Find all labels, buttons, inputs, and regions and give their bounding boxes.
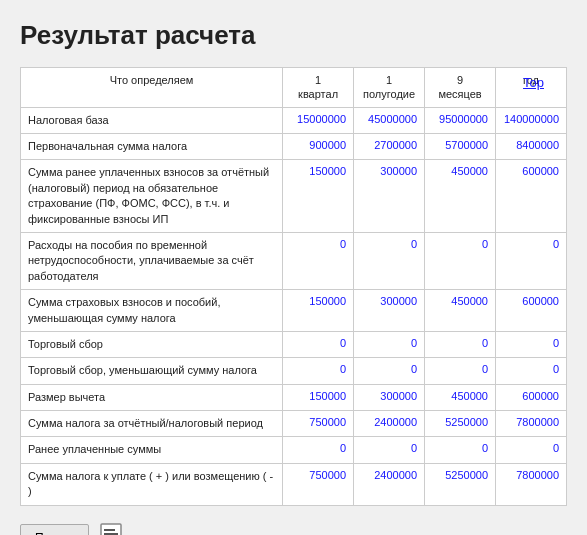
row-value: 0 <box>283 232 354 289</box>
row-value: 0 <box>425 358 496 384</box>
row-value: 450000 <box>425 290 496 332</box>
row-value: 150000 <box>283 160 354 233</box>
row-label: Сумма страховых взносов и пособий, умень… <box>21 290 283 332</box>
top-link[interactable]: Top <box>523 75 544 90</box>
table-row: Торговый сбор, уменьшающий сумму налога0… <box>21 358 567 384</box>
row-value: 7800000 <box>496 411 567 437</box>
row-value: 5700000 <box>425 133 496 159</box>
row-value: 8400000 <box>496 133 567 159</box>
row-label: Сумма ранее уплаченных взносов за отчётн… <box>21 160 283 233</box>
table-row: Сумма страховых взносов и пособий, умень… <box>21 290 567 332</box>
row-value: 300000 <box>354 160 425 233</box>
row-value: 0 <box>496 232 567 289</box>
row-value: 2400000 <box>354 411 425 437</box>
table-row: Ранее уплаченные суммы0000 <box>21 437 567 463</box>
row-value: 0 <box>354 232 425 289</box>
table-row: Сумма ранее уплаченных взносов за отчётн… <box>21 160 567 233</box>
row-value: 150000 <box>283 290 354 332</box>
row-value: 0 <box>354 331 425 357</box>
row-value: 600000 <box>496 160 567 233</box>
row-value: 2700000 <box>354 133 425 159</box>
row-value: 0 <box>496 331 567 357</box>
footer: Печать ≡ <box>20 522 567 535</box>
row-value: 450000 <box>425 160 496 233</box>
row-label: Налоговая база <box>21 107 283 133</box>
row-label: Расходы на пособия по временной нетрудос… <box>21 232 283 289</box>
row-value: 300000 <box>354 290 425 332</box>
row-value: 140000000 <box>496 107 567 133</box>
col-header-q1: 1квартал <box>283 68 354 108</box>
doc-icon: ≡ <box>97 522 129 535</box>
table-row: Сумма налога к уплате ( + ) или возмещен… <box>21 463 567 505</box>
row-label: Ранее уплаченные суммы <box>21 437 283 463</box>
row-value: 7800000 <box>496 463 567 505</box>
col-header-label: Что определяем <box>21 68 283 108</box>
svg-rect-2 <box>104 533 118 535</box>
row-label: Размер вычета <box>21 384 283 410</box>
row-value: 300000 <box>354 384 425 410</box>
row-value: 0 <box>425 437 496 463</box>
row-value: 5250000 <box>425 411 496 437</box>
row-value: 750000 <box>283 411 354 437</box>
row-value: 45000000 <box>354 107 425 133</box>
col-header-half: 1полугодие <box>354 68 425 108</box>
row-value: 600000 <box>496 384 567 410</box>
row-value: 2400000 <box>354 463 425 505</box>
row-value: 750000 <box>283 463 354 505</box>
row-value: 0 <box>283 331 354 357</box>
row-value: 0 <box>283 437 354 463</box>
col-header-9m: 9месяцев <box>425 68 496 108</box>
svg-rect-1 <box>104 529 115 531</box>
row-value: 900000 <box>283 133 354 159</box>
row-label: Сумма налога к уплате ( + ) или возмещен… <box>21 463 283 505</box>
table-row: Первоначальная сумма налога9000002700000… <box>21 133 567 159</box>
row-value: 0 <box>496 358 567 384</box>
table-row: Расходы на пособия по временной нетрудос… <box>21 232 567 289</box>
row-value: 95000000 <box>425 107 496 133</box>
row-value: 0 <box>354 358 425 384</box>
row-value: 5250000 <box>425 463 496 505</box>
table-row: Налоговая база15000000450000009500000014… <box>21 107 567 133</box>
row-value: 0 <box>283 358 354 384</box>
row-value: 0 <box>425 232 496 289</box>
row-value: 0 <box>425 331 496 357</box>
row-value: 600000 <box>496 290 567 332</box>
row-value: 0 <box>496 437 567 463</box>
row-value: 450000 <box>425 384 496 410</box>
row-label: Первоначальная сумма налога <box>21 133 283 159</box>
row-label: Сумма налога за отчётный/налоговый перио… <box>21 411 283 437</box>
row-value: 150000 <box>283 384 354 410</box>
table-row: Размер вычета150000300000450000600000 <box>21 384 567 410</box>
table-row: Торговый сбор0000 <box>21 331 567 357</box>
results-table: Что определяем 1квартал 1полугодие 9меся… <box>20 67 567 506</box>
table-row: Сумма налога за отчётный/налоговый перио… <box>21 411 567 437</box>
row-value: 0 <box>354 437 425 463</box>
page-title: Результат расчета <box>20 20 567 51</box>
row-label: Торговый сбор, уменьшающий сумму налога <box>21 358 283 384</box>
row-value: 15000000 <box>283 107 354 133</box>
print-button[interactable]: Печать <box>20 524 89 535</box>
row-label: Торговый сбор <box>21 331 283 357</box>
